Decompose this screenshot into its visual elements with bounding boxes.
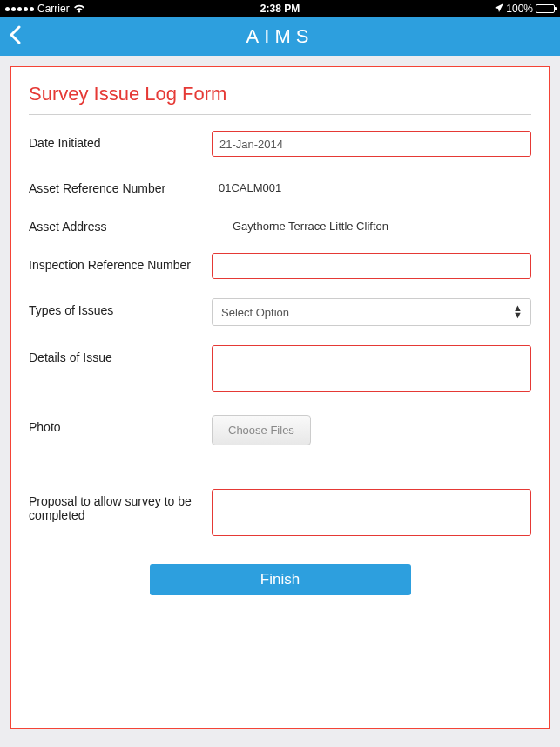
proposal-textarea[interactable] [212, 489, 531, 536]
row-asset-ref: Asset Reference Number 01CALM001 [29, 176, 531, 195]
label-issue-types: Types of Issues [29, 298, 212, 317]
page-body: Survey Issue Log Form Date Initiated Ass… [0, 56, 560, 739]
issue-details-textarea[interactable] [212, 345, 531, 392]
row-asset-address: Asset Address Gaythorne Terrace Little C… [29, 214, 531, 234]
label-proposal: Proposal to allow survey to be completed [29, 489, 212, 522]
date-initiated-input[interactable] [212, 131, 531, 157]
label-issue-details: Details of Issue [29, 345, 212, 364]
finish-button[interactable]: Finish [150, 564, 411, 595]
status-bar: Carrier 2:38 PM 100% [0, 0, 560, 17]
row-date-initiated: Date Initiated [29, 131, 531, 157]
wifi-icon [73, 4, 85, 13]
nav-bar: AIMS [0, 17, 560, 56]
back-button[interactable] [9, 24, 21, 49]
status-time: 2:38 PM [260, 3, 300, 15]
nav-title: AIMS [246, 25, 314, 48]
row-issue-details: Details of Issue [29, 345, 531, 396]
form-title: Survey Issue Log Form [29, 83, 531, 115]
finish-row: Finish [29, 564, 531, 595]
asset-address-value: Gaythorne Terrace Little Clifton [212, 214, 531, 233]
carrier-label: Carrier [37, 3, 70, 15]
status-right: 100% [495, 3, 555, 15]
label-asset-address: Asset Address [29, 214, 212, 234]
label-photo: Photo [29, 415, 212, 434]
row-photo: Photo Choose Files [29, 415, 531, 445]
asset-ref-value: 01CALM001 [212, 176, 531, 194]
location-icon [495, 3, 503, 15]
label-asset-ref: Asset Reference Number [29, 176, 212, 195]
signal-strength-icon [5, 7, 34, 11]
choose-files-button[interactable]: Choose Files [212, 415, 311, 445]
inspection-ref-input[interactable] [212, 253, 531, 279]
row-inspection-ref: Inspection Reference Number [29, 253, 531, 279]
battery-icon [536, 4, 555, 13]
label-date-initiated: Date Initiated [29, 131, 212, 150]
row-proposal: Proposal to allow survey to be completed [29, 489, 531, 540]
issue-types-select[interactable]: Select Option [212, 298, 531, 326]
label-inspection-ref: Inspection Reference Number [29, 253, 212, 272]
row-issue-types: Types of Issues Select Option ▲▼ [29, 298, 531, 326]
survey-form-card: Survey Issue Log Form Date Initiated Ass… [10, 66, 550, 729]
battery-percent: 100% [506, 3, 533, 15]
status-left: Carrier [5, 3, 85, 15]
